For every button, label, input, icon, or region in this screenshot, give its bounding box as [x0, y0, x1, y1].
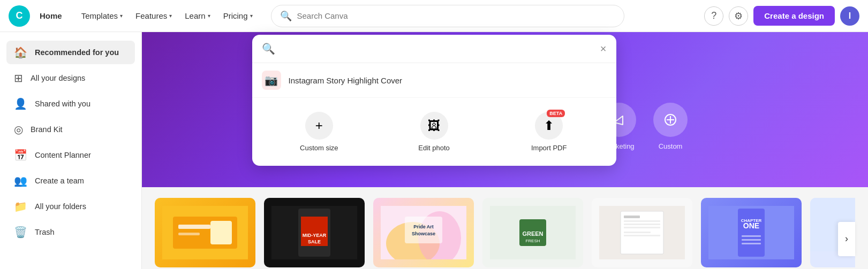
beta-badge: BETA [547, 110, 565, 117]
poster-thumbnail: Pride Art Showcase [373, 198, 474, 267]
svg-text:Pride Art: Pride Art [413, 224, 434, 229]
gallery-card-instagram[interactable]: MID-YEAR SALE Instagram Post [264, 198, 365, 269]
top-navigation: C Home Templates ▾ Features ▾ Learn ▾ Pr… [0, 0, 868, 32]
trash-icon: 🗑️ [14, 226, 27, 239]
search-icon: 🔍 [280, 10, 292, 22]
import-pdf-label: Import PDF [531, 144, 567, 152]
nav-pricing[interactable]: Pricing ▾ [218, 7, 258, 25]
canva-logo[interactable]: C [9, 5, 30, 27]
svg-rect-39 [738, 209, 765, 257]
sidebar-item-brand-kit[interactable]: ◎ Brand Kit [6, 118, 135, 141]
result-icon: 📷 [262, 71, 281, 90]
svg-rect-33 [624, 220, 660, 222]
gallery-card-resume[interactable]: Resume [592, 198, 692, 269]
svg-rect-32 [624, 216, 640, 218]
infographic-thumbnail: CHAPTER ONE [701, 198, 802, 267]
sidebar-item-label: All your folders [35, 202, 86, 211]
gallery-next-button[interactable]: › [838, 222, 855, 256]
svg-rect-44 [742, 243, 761, 244]
svg-rect-42 [742, 235, 761, 237]
sidebar: 🏠 Recommended for you ⊞ All your designs… [0, 32, 142, 269]
dropdown-search-input[interactable]: instagram story highlight [282, 44, 594, 53]
person-icon: 👤 [14, 97, 27, 110]
chevron-down-icon: ▾ [120, 13, 123, 19]
svg-text:MID-YEAR: MID-YEAR [303, 233, 327, 238]
custom-icon [653, 103, 688, 137]
search-bar[interactable]: 🔍 [271, 5, 624, 27]
svg-rect-34 [624, 224, 660, 225]
sidebar-item-label: Trash [35, 228, 55, 236]
nav-right-actions: ? ⚙ Create a design I [704, 6, 859, 26]
sidebar-item-label: Shared with you [35, 99, 90, 108]
edit-photo-action[interactable]: 🖼 Edit photo [376, 106, 492, 157]
calendar-icon: 📅 [14, 149, 27, 162]
avatar[interactable]: I [840, 6, 859, 26]
instagram-thumbnail: MID-YEAR SALE [264, 198, 365, 267]
sidebar-item-label: All your designs [31, 74, 85, 82]
svg-rect-13 [178, 233, 200, 235]
custom-size-action[interactable]: + Custom size [262, 106, 377, 157]
nav-features[interactable]: Features ▾ [130, 7, 177, 25]
gallery-row: Presentation MID-YEAR SALE [155, 198, 855, 269]
settings-button[interactable]: ⚙ [729, 6, 748, 26]
gallery-card-poster[interactable]: Pride Art Showcase Poster [373, 198, 474, 269]
gallery-card-infographic[interactable]: CHAPTER ONE Infographic [701, 198, 802, 269]
chevron-down-icon: ▾ [250, 13, 253, 19]
sidebar-item-label: Content Planner [35, 151, 91, 159]
custom-label: Custom [659, 142, 683, 150]
dropdown-search-icon: 🔍 [262, 42, 275, 55]
custom-size-icon: + [305, 112, 333, 140]
custom-size-label: Custom size [300, 144, 338, 152]
logo-thumbnail: GREEN FRESH [482, 198, 583, 267]
nav-learn[interactable]: Learn ▾ [179, 7, 215, 25]
svg-rect-14 [210, 221, 232, 244]
sidebar-item-all-designs[interactable]: ⊞ All your designs [6, 66, 135, 90]
sidebar-item-create-team[interactable]: 👥 Create a team [6, 169, 135, 193]
resume-thumbnail [592, 198, 692, 267]
close-icon[interactable]: × [600, 43, 607, 55]
grid-icon: ⊞ [14, 72, 23, 84]
svg-text:Showcase: Showcase [412, 231, 435, 236]
result-label: Instagram Story Highlight Cover [289, 76, 403, 85]
gallery-card-presentation[interactable]: Presentation [155, 198, 255, 269]
edit-photo-label: Edit photo [418, 144, 450, 152]
dropdown-search-bar: 🔍 instagram story highlight × [252, 35, 616, 63]
sidebar-item-all-folders[interactable]: 📁 All your folders [6, 195, 135, 218]
import-pdf-icon: ⬆ BETA [535, 112, 563, 140]
chevron-down-icon: ▾ [208, 13, 210, 19]
sidebar-item-trash[interactable]: 🗑️ Trash [6, 220, 135, 244]
nav-templates[interactable]: Templates ▾ [76, 7, 128, 25]
edit-photo-icon: 🖼 [420, 112, 448, 140]
sidebar-item-label: Brand Kit [31, 125, 63, 134]
svg-text:FRESH: FRESH [525, 239, 540, 243]
presentation-thumbnail [155, 198, 255, 267]
svg-rect-23 [405, 217, 442, 243]
svg-rect-36 [624, 232, 651, 233]
svg-rect-35 [624, 227, 660, 228]
dropdown-actions: + Custom size 🖼 Edit photo ⬆ BETA Import… [252, 98, 616, 166]
sidebar-item-shared[interactable]: 👤 Shared with you [6, 92, 135, 116]
sidebar-item-label: Recommended for you [35, 48, 119, 57]
svg-text:GREEN: GREEN [522, 230, 543, 237]
search-result-item[interactable]: 📷 Instagram Story Highlight Cover [252, 63, 616, 98]
svg-rect-12 [178, 225, 210, 229]
help-button[interactable]: ? [704, 6, 723, 26]
brand-icon: ◎ [14, 123, 23, 136]
team-icon: 👥 [14, 174, 27, 187]
gallery-wrap: Presentation MID-YEAR SALE [155, 198, 855, 269]
search-input[interactable] [297, 11, 615, 20]
chevron-down-icon: ▾ [169, 13, 172, 19]
sidebar-item-recommended[interactable]: 🏠 Recommended for you [6, 41, 135, 64]
search-dropdown: 🔍 instagram story highlight × 📷 Instagra… [252, 35, 616, 166]
import-pdf-action[interactable]: ⬆ BETA Import PDF [492, 106, 607, 157]
folder-icon: 📁 [14, 200, 27, 213]
hero-cat-custom[interactable]: Custom [653, 103, 688, 150]
nav-links: Templates ▾ Features ▾ Learn ▾ Pricing ▾ [76, 7, 258, 25]
gallery-card-logo[interactable]: GREEN FRESH Logo [482, 198, 583, 269]
sidebar-item-content-planner[interactable]: 📅 Content Planner [6, 143, 135, 167]
template-gallery: Presentation MID-YEAR SALE [142, 187, 868, 269]
svg-text:SALE: SALE [308, 239, 321, 244]
svg-text:ONE: ONE [743, 221, 759, 230]
nav-home[interactable]: Home [34, 7, 67, 25]
create-design-button[interactable]: Create a design [753, 6, 835, 26]
